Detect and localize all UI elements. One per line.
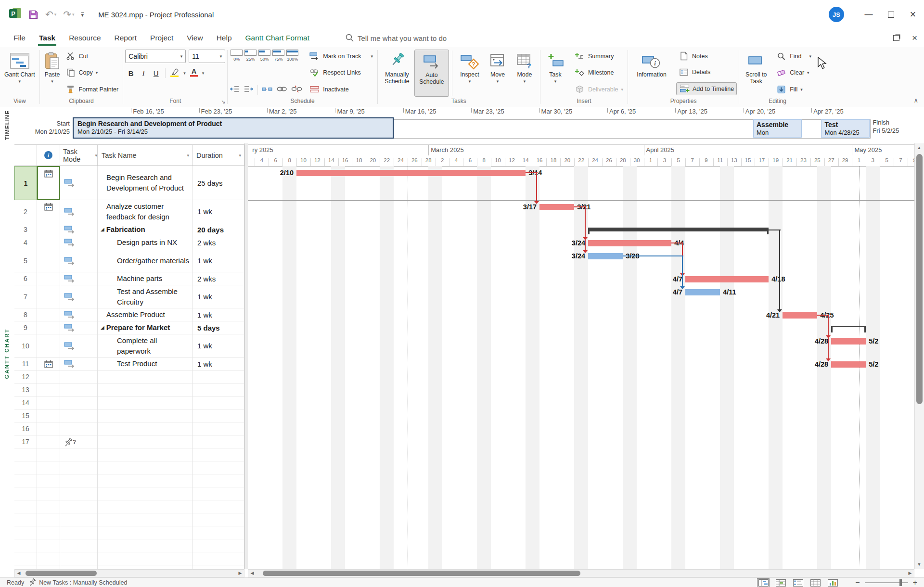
cell-task-mode[interactable] <box>60 285 98 308</box>
cell-info[interactable] <box>37 308 60 321</box>
row-id[interactable]: 6 <box>14 272 37 285</box>
table-horizontal-scrollbar[interactable]: ◀ ▶ <box>14 569 244 577</box>
empty-row-cell[interactable] <box>37 539 60 552</box>
collapse-ribbon-icon[interactable]: ∧ <box>913 97 918 104</box>
percent-50-button[interactable]: 50% <box>257 50 271 62</box>
tab-project[interactable]: Project <box>143 30 180 46</box>
cell-duration[interactable] <box>192 370 244 383</box>
auto-schedule-button[interactable]: Auto Schedule <box>414 50 449 97</box>
empty-row-cell[interactable] <box>192 448 244 461</box>
empty-row-cell[interactable] <box>14 565 37 569</box>
row-id[interactable]: 8 <box>14 308 37 321</box>
gantt-pane-strip[interactable]: GANTT CHART <box>0 143 15 569</box>
cell-task-mode[interactable] <box>60 409 98 422</box>
cell-task-mode[interactable] <box>60 370 98 383</box>
row-id-header[interactable] <box>14 144 37 166</box>
empty-row-cell[interactable] <box>192 500 244 513</box>
column-header-info[interactable]: i <box>37 144 60 166</box>
empty-row-cell[interactable] <box>14 513 37 526</box>
tab-file[interactable]: File <box>7 30 32 46</box>
empty-row-cell[interactable] <box>60 448 98 461</box>
percent-100-button[interactable]: 100% <box>285 50 299 62</box>
chart-scroll-left-icon[interactable]: ◀ <box>248 570 256 577</box>
cell-task-name[interactable]: ◢Prepare for Market <box>98 321 192 334</box>
tab-view[interactable]: View <box>180 30 209 46</box>
table-scroll-thumb[interactable] <box>26 571 97 576</box>
empty-row-cell[interactable] <box>98 526 192 539</box>
row-id[interactable]: 16 <box>14 422 37 435</box>
empty-row-cell[interactable] <box>98 448 192 461</box>
row-id[interactable]: 13 <box>14 383 37 396</box>
empty-row-cell[interactable] <box>14 500 37 513</box>
insert-task-button[interactable]: Task▾ <box>542 50 568 97</box>
empty-row-cell[interactable] <box>14 448 37 461</box>
vertical-scrollbar[interactable]: ▲ ▼ <box>914 143 924 569</box>
close-button[interactable]: × <box>902 5 924 24</box>
undo-button[interactable]: ↶▾ <box>45 9 56 20</box>
cell-task-mode[interactable] <box>60 236 98 249</box>
cell-task-mode[interactable] <box>60 357 98 370</box>
row-id[interactable]: 5 <box>14 249 37 272</box>
inspect-button[interactable]: ? Inspect▾ <box>455 50 484 97</box>
task-bar[interactable] <box>685 276 769 282</box>
task-bar[interactable] <box>831 361 866 368</box>
empty-row-cell[interactable] <box>98 539 192 552</box>
percent-25-button[interactable]: 25% <box>244 50 257 62</box>
empty-row-cell[interactable] <box>37 513 60 526</box>
cell-info[interactable] <box>37 422 60 435</box>
collapse-triangle-icon[interactable]: ◢ <box>101 322 104 333</box>
task-bar[interactable] <box>539 204 574 210</box>
empty-row-cell[interactable] <box>14 487 37 500</box>
cell-task-name[interactable] <box>98 422 192 435</box>
cell-duration[interactable]: 1 wk <box>192 308 244 321</box>
bold-button[interactable]: B <box>125 69 137 77</box>
empty-row-cell[interactable] <box>37 448 60 461</box>
empty-row-cell[interactable] <box>14 539 37 552</box>
scroll-down-icon[interactable]: ▼ <box>915 561 923 568</box>
cell-task-mode[interactable]: ? <box>60 435 98 448</box>
cell-info[interactable] <box>37 223 60 236</box>
empty-row-cell[interactable] <box>98 552 192 565</box>
insert-deliverable-button[interactable]: Deliverable▾ <box>572 83 626 95</box>
redo-button[interactable]: ↷▾ <box>63 9 74 20</box>
status-view-team-planner[interactable] <box>792 578 804 587</box>
chart-horizontal-scrollbar[interactable]: ◀ ▶ <box>248 569 914 577</box>
empty-row-cell[interactable] <box>60 526 98 539</box>
cell-info[interactable] <box>37 334 60 357</box>
cell-duration[interactable]: 25 days <box>192 166 244 200</box>
cell-task-mode[interactable] <box>60 249 98 272</box>
cell-info[interactable] <box>37 166 60 200</box>
find-button[interactable]: Find▾ <box>774 50 814 62</box>
empty-row-cell[interactable] <box>192 565 244 569</box>
add-to-timeline-button[interactable]: Add to Timeline <box>676 82 737 95</box>
clear-button[interactable]: Clear▾ <box>774 67 814 79</box>
cell-task-mode[interactable] <box>60 308 98 321</box>
timeline-task-box[interactable]: Begin Research and Development of Produc… <box>73 117 394 139</box>
gantt-timescale[interactable]: ry 2025March 2025April 2025May 202546810… <box>248 144 914 167</box>
task-bar[interactable] <box>296 170 526 176</box>
task-bar[interactable] <box>831 338 866 345</box>
row-id[interactable]: 10 <box>14 334 37 357</box>
empty-row-cell[interactable] <box>37 565 60 569</box>
empty-row-cell[interactable] <box>98 461 192 474</box>
tab-report[interactable]: Report <box>108 30 144 46</box>
percent-75-button[interactable]: 75% <box>271 50 285 62</box>
cell-duration[interactable]: 1 wk <box>192 200 244 223</box>
vertical-scroll-thumb[interactable] <box>916 154 923 404</box>
font-color-button[interactable]: A <box>189 67 199 79</box>
fill-button[interactable]: Fill▾ <box>774 83 814 95</box>
empty-row-cell[interactable] <box>37 487 60 500</box>
table-scroll-left-icon[interactable]: ◀ <box>15 570 23 577</box>
empty-row-cell[interactable] <box>98 487 192 500</box>
notes-button[interactable]: Notes <box>676 50 737 62</box>
row-id[interactable]: 4 <box>14 236 37 249</box>
empty-row-cell[interactable] <box>37 474 60 487</box>
empty-row-cell[interactable] <box>60 539 98 552</box>
empty-row-cell[interactable] <box>37 500 60 513</box>
mark-on-track-button[interactable]: Mark on Track▾ <box>307 50 375 62</box>
inactivate-button[interactable]: Inactivate <box>307 83 375 95</box>
empty-row-cell[interactable] <box>60 474 98 487</box>
row-id[interactable]: 11 <box>14 357 37 370</box>
manually-schedule-button[interactable]: Manually Schedule <box>380 50 414 97</box>
cell-duration[interactable]: 2 wks <box>192 272 244 285</box>
